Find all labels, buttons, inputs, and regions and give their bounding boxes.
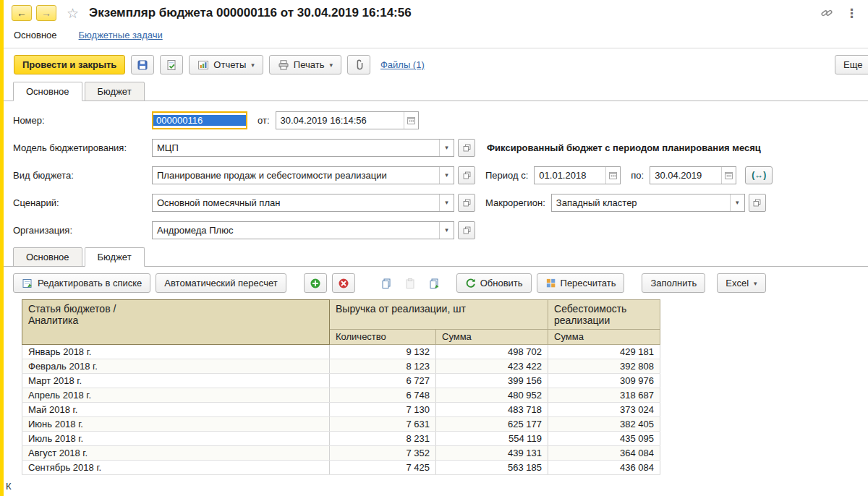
nav-item-budget-tasks[interactable]: Бюджетные задачи <box>79 30 163 40</box>
cost-sum-cell[interactable]: 435 095 <box>548 432 660 446</box>
table-row[interactable]: Июль 2018 г.8 231554 119435 095 <box>22 432 660 446</box>
quantity-cell[interactable]: 6 748 <box>330 388 436 403</box>
calendar-icon[interactable] <box>721 167 736 184</box>
article-cell[interactable]: Сентябрь 2018 г. <box>22 461 330 475</box>
table-row[interactable]: Август 2018 г.7 352439 131364 084 <box>22 446 660 461</box>
edit-in-list-button[interactable]: Редактировать в списке <box>13 273 150 293</box>
revenue-sum-cell[interactable]: 480 952 <box>436 388 548 403</box>
quantity-cell[interactable]: 7 130 <box>330 403 436 417</box>
period-to-field[interactable]: 30.04.2019 <box>650 166 736 184</box>
cost-sum-cell[interactable]: 364 084 <box>548 446 660 461</box>
article-cell[interactable]: Апрель 2018 г. <box>22 388 330 403</box>
tab-main[interactable]: Основное <box>13 82 82 101</box>
article-cell[interactable]: Январь 2018 г. <box>22 345 330 359</box>
revenue-sum-cell[interactable]: 423 422 <box>436 359 548 374</box>
scenario-choose-button[interactable] <box>458 194 475 212</box>
quantity-cell[interactable]: 9 132 <box>330 345 436 359</box>
revenue-sum-cell[interactable]: 554 119 <box>436 432 548 446</box>
save-button[interactable] <box>131 55 154 74</box>
nav-item-main[interactable]: Основное <box>14 30 57 40</box>
header-cost-sum[interactable]: Сумма <box>548 330 660 345</box>
kind-field[interactable]: Планирование продаж и себестоимости реал… <box>152 166 454 184</box>
article-cell[interactable]: Август 2018 г. <box>22 446 330 461</box>
post-and-close-button[interactable]: Провести и закрыть <box>14 55 125 74</box>
inner-tab-main[interactable]: Основное <box>13 247 82 267</box>
forward-button[interactable]: → <box>36 5 56 21</box>
revenue-sum-cell[interactable]: 625 177 <box>436 417 548 432</box>
back-button[interactable]: ← <box>12 5 32 21</box>
document-date-field[interactable]: 30.04.2019 16:14:56 <box>276 111 419 129</box>
table-row[interactable]: Март 2018 г.6 727399 156309 976 <box>22 374 660 388</box>
cost-sum-cell[interactable]: 382 405 <box>548 417 660 432</box>
auto-recalc-button[interactable]: Автоматический пересчет <box>156 273 286 293</box>
cost-sum-cell[interactable]: 318 687 <box>548 388 660 403</box>
cost-sum-cell[interactable]: 373 024 <box>548 403 660 417</box>
revenue-sum-cell[interactable]: 483 718 <box>436 403 548 417</box>
quantity-cell[interactable]: 8 231 <box>330 432 436 446</box>
post-button[interactable] <box>160 55 183 74</box>
article-cell[interactable]: Февраль 2018 г. <box>22 359 330 374</box>
period-from-field[interactable]: 01.01.2018 <box>534 166 621 184</box>
favorite-star-icon[interactable]: ☆ <box>67 7 79 20</box>
dropdown-arrow-icon[interactable]: ▾ <box>730 194 744 211</box>
article-cell[interactable]: Март 2018 г. <box>22 374 330 388</box>
calendar-icon[interactable] <box>605 167 620 184</box>
quantity-cell[interactable]: 7 352 <box>330 446 436 461</box>
quantity-cell[interactable]: 8 123 <box>330 359 436 374</box>
calendar-icon[interactable] <box>404 112 418 129</box>
cost-sum-cell[interactable]: 309 976 <box>548 374 660 388</box>
macroregion-choose-button[interactable] <box>749 194 766 212</box>
excel-button[interactable]: Excel ▾ <box>717 273 765 293</box>
revenue-sum-cell[interactable]: 498 702 <box>436 345 548 359</box>
organization-choose-button[interactable] <box>458 221 475 239</box>
tab-budget[interactable]: Бюджет <box>85 82 145 101</box>
copy-values-button[interactable] <box>420 273 439 293</box>
header-quantity[interactable]: Количество <box>330 330 436 345</box>
get-link-icon[interactable] <box>821 7 833 19</box>
more-button[interactable]: Еще <box>835 55 868 74</box>
period-select-button[interactable]: (↔) <box>745 166 773 184</box>
scenario-field[interactable]: Основной помесячный план ▾ <box>152 194 454 212</box>
table-row[interactable]: Сентябрь 2018 г.7 425563 185436 084 <box>22 461 660 475</box>
header-article[interactable]: Статья бюджетов / Аналитика <box>22 300 330 345</box>
fill-button[interactable]: Заполнить <box>642 273 705 293</box>
table-row[interactable]: Апрель 2018 г.6 748480 952318 687 <box>22 388 660 403</box>
print-button[interactable]: Печать ▾ <box>269 55 341 74</box>
cost-sum-cell[interactable]: 429 181 <box>548 345 660 359</box>
revenue-sum-cell[interactable]: 399 156 <box>436 374 548 388</box>
header-revenue-sum[interactable]: Сумма <box>436 330 548 345</box>
article-cell[interactable]: Май 2018 г. <box>22 403 330 417</box>
number-field[interactable]: 000000116 <box>152 111 247 129</box>
paste-button[interactable] <box>396 273 415 293</box>
add-row-button[interactable] <box>304 273 327 293</box>
revenue-sum-cell[interactable]: 563 185 <box>436 461 548 475</box>
model-field[interactable]: МЦП ▾ <box>152 139 454 157</box>
attachments-button[interactable] <box>347 55 370 74</box>
revenue-sum-cell[interactable]: 439 131 <box>436 446 548 461</box>
table-row[interactable]: Январь 2018 г.9 132498 702429 181 <box>22 345 660 359</box>
organization-field[interactable]: Андромеда Плюс ▾ <box>152 221 454 239</box>
macroregion-field[interactable]: Западный кластер ▾ <box>551 194 745 212</box>
quantity-cell[interactable]: 7 631 <box>330 417 436 432</box>
table-row[interactable]: Май 2018 г.7 130483 718373 024 <box>22 403 660 417</box>
dropdown-arrow-icon[interactable]: ▾ <box>439 167 454 184</box>
refresh-button[interactable]: Обновить <box>456 273 532 293</box>
more-menu-icon[interactable]: ⋮ <box>846 7 858 20</box>
quantity-cell[interactable]: 6 727 <box>330 374 436 388</box>
cost-sum-cell[interactable]: 392 808 <box>548 359 660 374</box>
table-row[interactable]: Июнь 2018 г.7 631625 177382 405 <box>22 417 660 432</box>
dropdown-arrow-icon[interactable]: ▾ <box>439 194 454 211</box>
kind-choose-button[interactable] <box>458 166 475 184</box>
reports-button[interactable]: Отчеты ▾ <box>189 55 263 74</box>
recalculate-button[interactable]: Пересчитать <box>537 273 625 293</box>
quantity-cell[interactable]: 7 425 <box>330 461 436 475</box>
inner-tab-budget[interactable]: Бюджет <box>85 247 145 267</box>
delete-row-button[interactable] <box>332 273 355 293</box>
article-cell[interactable]: Июнь 2018 г. <box>22 417 330 432</box>
header-cost-group[interactable]: Себестоимость реализации <box>548 300 660 330</box>
article-cell[interactable]: Июль 2018 г. <box>22 432 330 446</box>
copy-button[interactable] <box>373 273 391 293</box>
dropdown-arrow-icon[interactable]: ▾ <box>439 222 454 239</box>
cost-sum-cell[interactable]: 436 084 <box>548 461 660 475</box>
dropdown-arrow-icon[interactable]: ▾ <box>439 140 454 156</box>
